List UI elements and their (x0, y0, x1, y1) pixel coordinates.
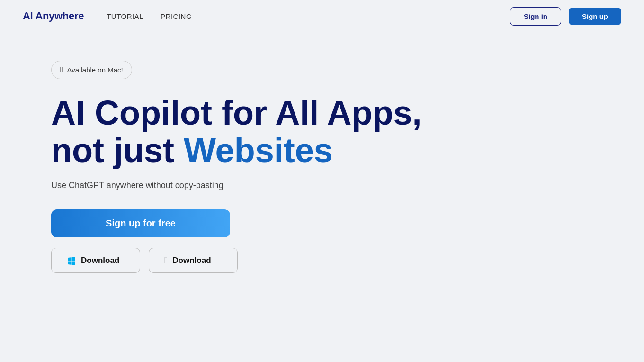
mac-download-button[interactable]:  Download (149, 248, 238, 273)
nav-links: TUTORIAL PRICING (107, 12, 192, 20)
headline-line2-plain: not just (51, 131, 184, 169)
nav-link-pricing[interactable]: PRICING (161, 12, 192, 20)
cta-container: Sign up for free (51, 209, 621, 246)
mac-badge-text: Available on Mac! (67, 66, 123, 74)
headline-line2-highlight: Websites (184, 131, 333, 169)
signup-free-button[interactable]: Sign up for free (51, 209, 230, 237)
nav-link-tutorial[interactable]: TUTORIAL (107, 12, 143, 20)
headline-line1: AI Copilot for All Apps, (51, 94, 621, 132)
hero-section:  Available on Mac! AI Copilot for All A… (0, 32, 644, 273)
mac-available-badge[interactable]:  Available on Mac! (51, 61, 132, 79)
nav-left: AI Anywhere TUTORIAL PRICING (23, 10, 192, 22)
windows-download-label: Download (81, 256, 119, 265)
headline-line2: not just Websites (51, 132, 621, 169)
sign-in-button[interactable]: Sign in (510, 7, 561, 26)
logo: AI Anywhere (23, 10, 84, 22)
mac-download-label: Download (172, 256, 211, 265)
headline: AI Copilot for All Apps, not just Websit… (51, 94, 621, 169)
download-row: Download  Download (51, 248, 621, 273)
windows-icon (67, 255, 76, 266)
apple-icon:  (60, 65, 63, 75)
sign-up-button[interactable]: Sign up (569, 8, 621, 25)
nav-right: Sign in Sign up (510, 7, 621, 26)
apple-download-icon:  (164, 255, 168, 266)
windows-download-button[interactable]: Download (51, 248, 140, 273)
subheadline: Use ChatGPT anywhere without copy-pastin… (51, 181, 621, 190)
navbar: AI Anywhere TUTORIAL PRICING Sign in Sig… (0, 0, 644, 32)
